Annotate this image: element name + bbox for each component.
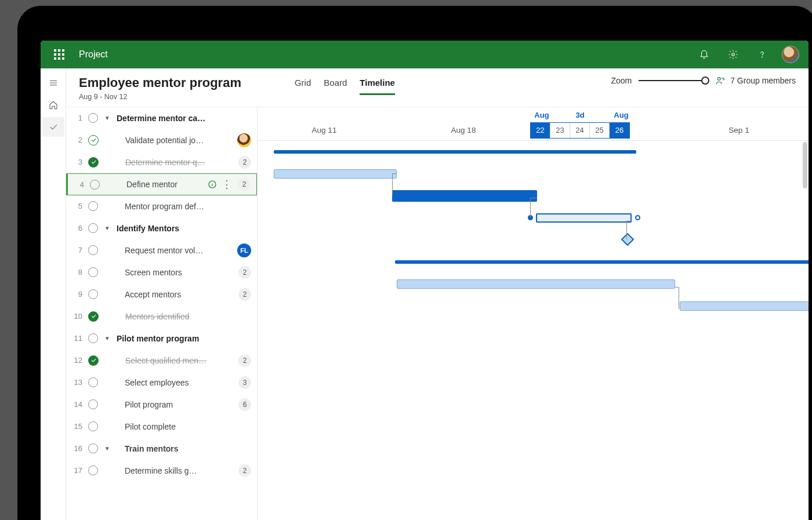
task-row[interactable]: 5 Mentor program def…: [66, 195, 257, 217]
task-list: 1▾Determine mentor ca…2 Validate potenti…: [66, 107, 258, 520]
status-open-icon[interactable]: [88, 267, 98, 277]
status-open-icon[interactable]: [88, 421, 98, 431]
task-row[interactable]: 10 Mentors identified: [66, 306, 257, 328]
tab-timeline[interactable]: Timeline: [360, 78, 395, 95]
timeline-area: 1▾Determine mentor ca…2 Validate potenti…: [66, 107, 809, 520]
task-row[interactable]: 12 Select qualified men…2: [66, 350, 257, 372]
gantt-bar[interactable]: [395, 260, 809, 264]
status-open-icon[interactable]: [88, 399, 98, 409]
task-row[interactable]: 3 Determine mentor q…2: [66, 151, 257, 173]
info-icon[interactable]: [208, 180, 217, 189]
status-done-icon[interactable]: [88, 157, 99, 168]
gantt-milestone[interactable]: [621, 233, 635, 246]
task-row[interactable]: 8 Screen mentors2: [66, 261, 257, 283]
task-count-pill: 2: [238, 178, 251, 191]
status-open-icon[interactable]: [88, 443, 98, 453]
tab-grid[interactable]: Grid: [295, 78, 311, 95]
gantt-bar[interactable]: [274, 169, 397, 179]
gantt-chart[interactable]: Aug3dAug 2223242526 Aug 11Aug 18Sep 1: [258, 107, 809, 520]
gantt-row: [258, 427, 809, 449]
task-name: Select employees: [117, 378, 233, 387]
task-row[interactable]: 1▾Determine mentor ca…: [66, 107, 257, 129]
gantt-bar[interactable]: [274, 150, 636, 154]
task-row[interactable]: 4 Define mentor⋮2: [66, 173, 257, 195]
rail-menu-button[interactable]: [42, 73, 64, 93]
rail-home-button[interactable]: [42, 95, 64, 115]
assignee-initials[interactable]: FL: [237, 243, 251, 257]
page-header: Employee mentor program Aug 9 - Nov 12 G…: [66, 68, 809, 101]
task-row[interactable]: 14 Pilot program6: [66, 394, 257, 416]
slider-thumb[interactable]: [701, 77, 709, 85]
gantt-bar[interactable]: [536, 213, 632, 223]
task-row[interactable]: 6▾Identify Mentors: [66, 217, 257, 239]
home-icon: [48, 100, 59, 110]
rail-check-button[interactable]: [42, 117, 64, 137]
user-avatar[interactable]: [782, 46, 799, 63]
task-number: 15: [72, 422, 82, 431]
expand-caret[interactable]: ▾: [104, 114, 111, 122]
task-row[interactable]: 9 Accept mentors2: [66, 283, 257, 306]
assignee-avatar[interactable]: [237, 133, 251, 147]
check-icon: [48, 122, 59, 132]
gantt-row: [258, 163, 809, 185]
task-number: 4: [74, 180, 84, 189]
status-done-icon[interactable]: [88, 311, 99, 322]
task-number: 13: [72, 378, 82, 387]
gantt-row: [258, 361, 809, 383]
gantt-scrollbar-thumb[interactable]: [803, 142, 807, 188]
status-open-icon[interactable]: [90, 180, 100, 190]
notifications-button[interactable]: [695, 45, 713, 64]
task-row[interactable]: 16▾Train mentors: [66, 438, 257, 460]
question-icon: [757, 49, 767, 60]
task-row[interactable]: 2 Validate potential jo…: [66, 129, 257, 151]
more-icon[interactable]: ⋮: [222, 179, 232, 190]
gantt-bar[interactable]: [397, 279, 675, 289]
gantt-bar[interactable]: [680, 301, 809, 311]
status-open-icon[interactable]: [88, 245, 98, 255]
task-row[interactable]: 17 Determine skills g…2: [66, 460, 257, 482]
task-row[interactable]: 11▾Pilot mentor program: [66, 328, 257, 350]
task-row[interactable]: 13 Select employees3: [66, 372, 257, 394]
left-rail: [41, 68, 66, 520]
status-open-icon[interactable]: [88, 466, 98, 475]
body: Employee mentor program Aug 9 - Nov 12 G…: [41, 68, 809, 520]
status-open-icon[interactable]: [88, 289, 98, 299]
expand-caret[interactable]: ▾: [104, 445, 111, 452]
task-number: 2: [72, 136, 82, 144]
task-count-pill: 2: [238, 354, 251, 367]
status-open-icon[interactable]: [88, 113, 98, 123]
settings-button[interactable]: [724, 45, 742, 64]
status-open-icon[interactable]: [88, 201, 98, 211]
status-done-outline-icon[interactable]: [88, 135, 99, 146]
task-number: 3: [72, 158, 82, 166]
task-number: 9: [72, 290, 82, 299]
status-open-icon[interactable]: [88, 377, 98, 387]
gantt-row: [258, 185, 809, 207]
status-open-icon[interactable]: [88, 223, 98, 233]
bell-icon: [699, 49, 709, 60]
gantt-row: [258, 471, 809, 493]
expand-caret: [104, 269, 111, 276]
expand-caret[interactable]: ▾: [104, 224, 111, 232]
help-button[interactable]: [753, 45, 771, 64]
task-count-pill: 2: [238, 464, 251, 477]
tab-board[interactable]: Board: [324, 78, 347, 95]
app-launcher-button[interactable]: [50, 45, 68, 64]
gantt-row: [258, 449, 809, 471]
task-row[interactable]: 7 Request mentor vol…FL: [66, 239, 257, 261]
task-row[interactable]: 15 Pilot complete: [66, 416, 257, 438]
gantt-bar[interactable]: [392, 190, 537, 202]
status-open-icon[interactable]: [88, 333, 98, 343]
group-members-button[interactable]: 7 Group members: [715, 75, 796, 86]
gantt-row: [258, 493, 809, 515]
expand-caret[interactable]: ▾: [104, 334, 111, 342]
status-done-icon[interactable]: [88, 355, 99, 366]
zoom-slider[interactable]: [639, 77, 708, 85]
gantt-bar-end-handle[interactable]: [635, 215, 640, 220]
task-name: Define mentor: [118, 180, 202, 189]
group-members-label: 7 Group members: [730, 76, 796, 85]
task-count-pill: 2: [238, 266, 251, 279]
svg-point-0: [732, 53, 735, 56]
device-frame: Project: [17, 6, 812, 520]
task-name: Accept mentors: [117, 290, 233, 299]
